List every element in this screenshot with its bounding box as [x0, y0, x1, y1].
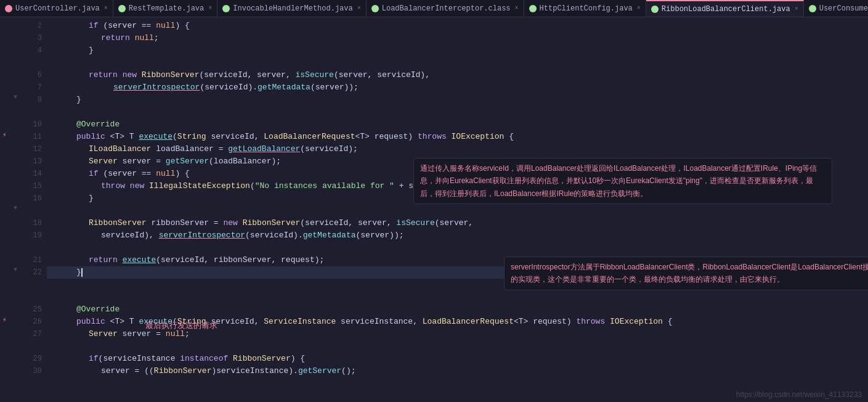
breakpoint-marker-2: ⚡: [2, 316, 7, 324]
tab-icon-invocable: [222, 5, 230, 12]
gutter-markers: ⚡ ⚡: [0, 17, 12, 402]
code-line-8: }: [47, 94, 868, 106]
line-num: [22, 242, 42, 254]
line-num: 18: [22, 217, 42, 229]
editor-main: ⚡ ⚡ ▼: [0, 17, 868, 402]
code-line-6: return new RibbonServer(serviceId, serve…: [47, 69, 868, 81]
line-num: 12: [22, 143, 42, 155]
code-line-7: serverIntrospector(serviceId).getMetadat…: [47, 81, 868, 94]
code-line-25: @Override: [47, 303, 868, 316]
tab-label-ribbonloadbalancerclient: RibbonLoadBalancerClient.java: [662, 5, 790, 14]
annotation-tooltip-1: 通过传入服务名称serviceId，调用LoadBalancer处理返回给ILo…: [413, 158, 832, 204]
line-num: [22, 57, 42, 69]
line-num: 21: [22, 254, 42, 266]
tab-loadbalancerinterceptor[interactable]: LoadBalancerInterceptor.class ×: [367, 0, 524, 17]
tab-label-userconsumerapplication: UserConsumerApplication.java: [819, 4, 868, 13]
line-num: 7: [22, 81, 42, 94]
tab-icon-resttemplate: [118, 5, 126, 12]
tab-close-loadbalancerinterceptor[interactable]: ×: [515, 5, 519, 12]
tab-icon-httpclientconfig: [529, 5, 537, 12]
annotation-tooltip-2: serverIntrospector方法属于RibbonLoadBalancer…: [504, 256, 868, 290]
tab-resttemplate[interactable]: RestTemplate.java ×: [113, 0, 217, 17]
tab-label-loadbalancerinterceptor: LoadBalancerInterceptor.class: [382, 4, 511, 13]
code-line-empty3: [47, 205, 868, 217]
fold-column: ▼ ▼ ▼: [12, 17, 22, 402]
line-numbers: 2 3 4 6 7 8 10 11 12 13 14 15 16 18 19 2…: [22, 17, 47, 402]
tab-ribbonloadbalancerclient[interactable]: RibbonLoadBalancerClient.java ×: [646, 0, 804, 17]
fold-icon-2[interactable]: ▼: [14, 205, 17, 211]
tab-close-resttemplate[interactable]: ×: [208, 5, 212, 12]
line-num: [22, 291, 42, 303]
tab-userconsumerapplication[interactable]: UserConsumerApplication.java ×: [804, 0, 868, 17]
line-num: 13: [22, 155, 42, 168]
line-num: 14: [22, 168, 42, 180]
tab-label-usercontroller: UserController.java: [15, 4, 100, 13]
code-line-12: ILoadBalancer loadBalancer = getLoadBala…: [47, 143, 868, 155]
tab-close-httpclientconfig[interactable]: ×: [637, 5, 641, 12]
line-num: [22, 106, 42, 118]
line-num: 8: [22, 94, 42, 106]
code-line-empty2: [47, 106, 868, 118]
line-num: 30: [22, 365, 42, 377]
line-num: 25: [22, 303, 42, 316]
line-num: 6: [22, 69, 42, 81]
tab-icon-userconsumerapplication: [809, 5, 816, 12]
bottom-note: 最后执行发送的请求: [145, 320, 217, 331]
tab-label-httpclientconfig: HttpClientConfig.java: [540, 4, 633, 13]
code-line-3: return null;: [47, 32, 868, 44]
line-num: 19: [22, 229, 42, 242]
line-num: 29: [22, 353, 42, 365]
tab-icon-usercontroller: [5, 5, 12, 12]
tab-label-resttemplate: RestTemplate.java: [129, 4, 204, 13]
fold-icon-3[interactable]: ▼: [14, 266, 17, 273]
code-editor[interactable]: if (server == null) { return null; } ret…: [47, 17, 868, 402]
line-num: 27: [22, 328, 42, 340]
tab-label-invocable: InvocableHandlerMethod.java: [233, 4, 352, 13]
line-num: 3: [22, 32, 42, 44]
code-line-empty7: [47, 340, 868, 353]
line-num: [22, 340, 42, 353]
code-line-4: }: [47, 44, 868, 57]
code-line-10: @Override: [47, 118, 868, 131]
line-num: 15: [22, 180, 42, 192]
breakpoint-marker-1: ⚡: [2, 131, 7, 139]
code-line-19: serviceId), serverIntrospector(serviceId…: [47, 229, 868, 242]
line-num: 22: [22, 266, 42, 279]
watermark: https://blog.csdn.net/weixin_41133233: [736, 390, 862, 399]
tab-icon-ribbonloadbalancerclient: [651, 6, 659, 13]
tab-invocable[interactable]: InvocableHandlerMethod.java ×: [217, 0, 366, 17]
line-num: 11: [22, 131, 42, 143]
line-num: [22, 279, 42, 291]
line-num: 2: [22, 20, 42, 32]
line-num: 4: [22, 44, 42, 57]
line-num: 10: [22, 118, 42, 131]
code-line-empty1: [47, 57, 868, 69]
tab-httpclientconfig[interactable]: HttpClientConfig.java ×: [524, 0, 646, 17]
code-line-30: server = ((RibbonServer)serviceInstance)…: [47, 365, 868, 377]
tab-bar: UserController.java × RestTemplate.java …: [0, 0, 868, 17]
code-line-11: public <T> T execute(String serviceId, L…: [47, 131, 868, 143]
code-line-empty6: [47, 291, 868, 303]
line-num: [22, 205, 42, 217]
tab-close-ribbonloadbalancerclient[interactable]: ×: [795, 6, 798, 12]
code-line-29: if(serviceInstance instanceof RibbonServ…: [47, 353, 868, 365]
tab-close-invocable[interactable]: ×: [357, 5, 361, 12]
tab-close-usercontroller[interactable]: ×: [104, 5, 108, 12]
line-num: 16: [22, 192, 42, 205]
tab-icon-loadbalancerinterceptor: [371, 5, 379, 12]
code-line-18: RibbonServer ribbonServer = new RibbonSe…: [47, 217, 868, 229]
fold-icon-1[interactable]: ▼: [14, 94, 17, 100]
code-line-empty4: [47, 242, 868, 254]
line-num: 26: [22, 316, 42, 328]
code-line-2: if (server == null) {: [47, 20, 868, 32]
tab-usercontroller[interactable]: UserController.java ×: [0, 0, 113, 17]
